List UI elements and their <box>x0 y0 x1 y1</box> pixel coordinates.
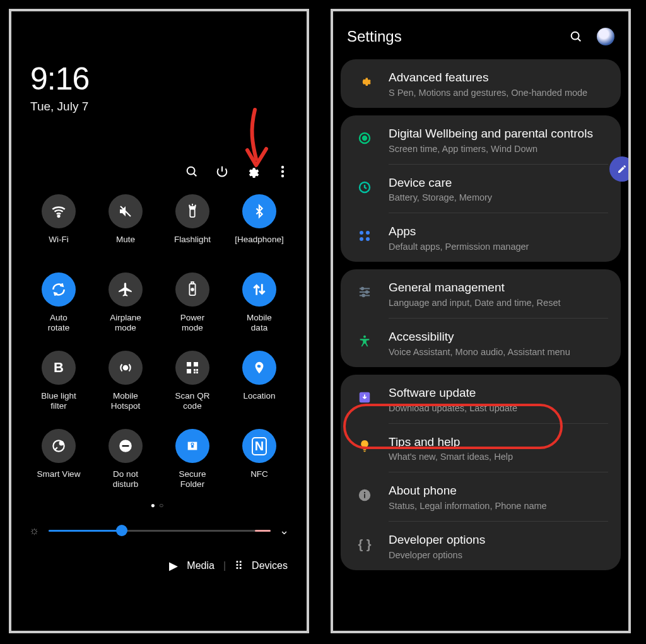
settings-item-a11y[interactable]: AccessibilityVoice Assistant, Mono audio… <box>341 319 621 367</box>
settings-item-subtitle: Default apps, Permission manager <box>389 242 529 252</box>
svg-rect-18 <box>194 369 196 371</box>
about-icon <box>353 484 376 506</box>
svg-point-27 <box>572 32 579 40</box>
settings-item-devicecare[interactable]: Device careBattery, Storage, Memory <box>341 165 621 213</box>
brightness-thumb[interactable] <box>116 525 127 536</box>
settings-item-title: Digital Wellbeing and parental controls <box>389 127 593 141</box>
qs-tile-label: Flashlight <box>174 235 211 255</box>
qs-tile-qr[interactable]: Scan QR code <box>160 351 225 411</box>
airplane-icon[interactable] <box>109 272 143 307</box>
qs-tile-label: Mobile data <box>247 313 272 333</box>
qs-tile-secure[interactable]: Secure Folder <box>160 429 225 489</box>
settings-item-title: Device care <box>389 176 492 190</box>
edit-fab[interactable] <box>609 156 631 182</box>
qs-tile-mobiledata[interactable]: Mobile data <box>227 272 291 333</box>
settings-item-apps[interactable]: AppsDefault apps, Permission manager <box>341 213 621 262</box>
svg-rect-7 <box>190 209 194 217</box>
qs-tile-powermode[interactable]: Power mode <box>160 272 225 333</box>
svg-point-4 <box>281 175 284 177</box>
media-label[interactable]: Media <box>187 560 214 571</box>
settings-card: Advanced featuresS Pen, Motions and gest… <box>341 59 621 108</box>
search-icon[interactable] <box>568 28 584 45</box>
qs-tile-airplane[interactable]: Airplane mode <box>93 272 158 333</box>
brightness-slider[interactable] <box>49 530 271 532</box>
qs-footer: ▶ Media | ⠿ Devices <box>11 537 307 573</box>
gear-icon[interactable] <box>245 164 260 179</box>
hotspot-icon[interactable] <box>109 351 143 385</box>
bluelight-icon[interactable]: B <box>42 351 76 385</box>
svg-rect-47 <box>364 495 365 498</box>
settings-item-software[interactable]: Software updateDownload updates, Last up… <box>341 375 621 423</box>
qs-tile-wifi[interactable]: Wi-Fi <box>26 194 91 255</box>
settings-list: Advanced featuresS Pen, Motions and gest… <box>333 59 628 570</box>
qs-tile-flashlight[interactable]: Flashlight <box>160 194 225 255</box>
qs-tile-bluetooth[interactable]: [Headphone] <box>227 194 291 255</box>
secure-icon[interactable] <box>175 429 209 463</box>
svg-point-48 <box>364 492 365 493</box>
settings-item-general[interactable]: General managementLanguage and input, Da… <box>341 269 621 318</box>
powermode-icon[interactable] <box>175 272 209 307</box>
svg-point-23 <box>60 442 63 445</box>
qs-tile-smartview[interactable]: Smart View <box>26 429 91 489</box>
bluetooth-icon[interactable] <box>242 194 276 228</box>
svg-rect-17 <box>187 369 191 373</box>
qs-tile-dnd[interactable]: Do not disturb <box>93 429 158 489</box>
settings-card: Software updateDownload updates, Last up… <box>341 375 621 570</box>
mute-icon[interactable] <box>109 194 143 228</box>
settings-header: Settings <box>333 11 628 52</box>
svg-point-39 <box>361 288 364 290</box>
dnd-icon[interactable] <box>109 429 143 463</box>
settings-item-title: Accessibility <box>389 330 570 344</box>
svg-rect-26 <box>191 445 194 448</box>
svg-rect-25 <box>122 445 129 447</box>
settings-item-title: Apps <box>389 225 529 239</box>
qr-icon[interactable] <box>175 351 209 385</box>
svg-rect-20 <box>194 372 196 373</box>
location-icon[interactable] <box>242 351 276 385</box>
wifi-icon[interactable] <box>42 194 76 228</box>
devices-icon[interactable]: ⠿ <box>235 559 243 573</box>
qs-header: 9:16 Tue, July 7 <box>11 11 307 120</box>
account-avatar[interactable] <box>597 28 614 45</box>
svg-line-9 <box>189 205 191 206</box>
qs-tile-autorotate[interactable]: Auto rotate <box>26 272 91 333</box>
svg-point-0 <box>187 167 195 175</box>
chevron-down-icon[interactable]: ⌄ <box>279 524 289 537</box>
settings-item-tips[interactable]: Tips and helpWhat's new, Smart ideas, He… <box>341 424 621 472</box>
devices-label[interactable]: Devices <box>252 560 288 571</box>
svg-point-42 <box>363 336 366 338</box>
settings-item-subtitle: Battery, Storage, Memory <box>389 192 492 202</box>
brightness-row: ☼ ⌄ <box>11 510 307 537</box>
svg-line-28 <box>578 38 580 41</box>
qs-tile-label: Airplane mode <box>110 313 141 333</box>
nfc-icon[interactable]: N <box>242 429 276 463</box>
mobiledata-icon[interactable] <box>242 272 276 307</box>
qs-tile-label: Scan QR code <box>175 391 210 411</box>
svg-point-14 <box>124 366 128 370</box>
qs-tile-nfc[interactable]: NNFC <box>227 429 291 489</box>
flashlight-icon[interactable] <box>175 194 209 228</box>
search-icon[interactable] <box>184 164 199 179</box>
a11y-icon <box>353 330 376 353</box>
settings-item-about[interactable]: About phoneStatus, Legal information, Ph… <box>341 472 621 521</box>
power-icon[interactable] <box>214 164 230 179</box>
qs-tile-label: Power mode <box>180 313 204 333</box>
settings-item-advanced[interactable]: Advanced featuresS Pen, Motions and gest… <box>341 59 621 108</box>
media-play-icon[interactable]: ▶ <box>169 559 178 573</box>
smartview-icon[interactable] <box>42 429 76 463</box>
dev-icon: { } <box>353 533 376 556</box>
settings-item-wellbeing[interactable]: Digital Wellbeing and parental controlsS… <box>341 115 621 164</box>
autorotate-icon[interactable] <box>42 272 76 307</box>
svg-point-33 <box>366 231 370 235</box>
settings-item-subtitle: Developer options <box>389 550 485 560</box>
qs-tile-location[interactable]: Location <box>227 351 291 411</box>
qs-tile-label: NFC <box>250 469 268 489</box>
settings-item-dev[interactable]: { }Developer optionsDeveloper options <box>341 522 621 570</box>
settings-item-subtitle: Voice Assistant, Mono audio, Assistant m… <box>389 347 570 357</box>
settings-item-subtitle: What's new, Smart ideas, Help <box>389 452 513 462</box>
qs-tile-bluelight[interactable]: BBlue light filter <box>26 351 91 411</box>
qs-tile-mute[interactable]: Mute <box>93 194 158 255</box>
svg-point-3 <box>281 170 284 173</box>
more-icon[interactable] <box>275 164 290 179</box>
qs-tile-hotspot[interactable]: Mobile Hotspot <box>93 351 158 411</box>
